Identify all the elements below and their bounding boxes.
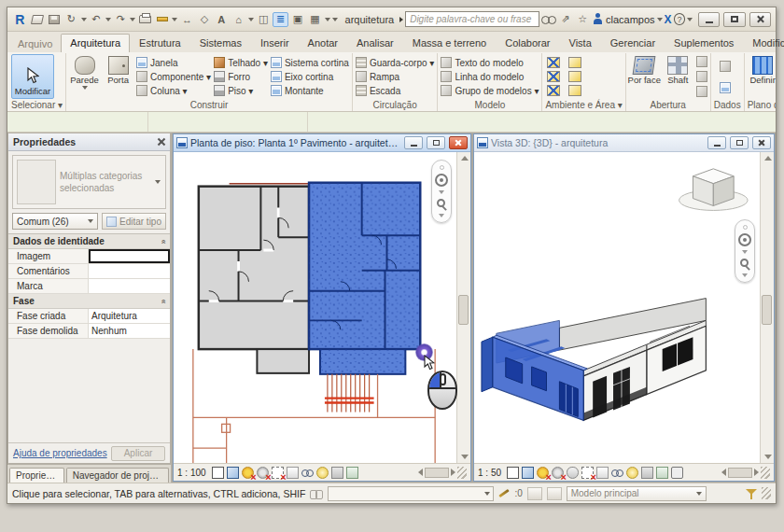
panel-label-selecionar[interactable]: Selecionar ▾ — [11, 100, 63, 111]
editable-elements-icon[interactable] — [499, 489, 511, 497]
undo-icon[interactable]: ↶ — [89, 12, 104, 27]
property-row-fase-criada[interactable]: Fase criada Arquitetura — [8, 309, 170, 324]
tab-anotar[interactable]: Anotar — [299, 34, 347, 52]
worksets-dialog-icon[interactable] — [527, 487, 542, 500]
escada-button[interactable]: Escada — [356, 84, 435, 97]
sync-dropdown-icon[interactable] — [81, 18, 87, 21]
hscroll-thumb[interactable] — [425, 468, 449, 478]
sync-icon[interactable]: ↻ — [63, 12, 78, 27]
scroll-up-icon[interactable] — [461, 156, 469, 161]
measure-dropdown-icon[interactable] — [172, 18, 177, 21]
full-navigation-wheel-icon[interactable] — [738, 233, 751, 246]
zoom-dropdown-icon[interactable] — [742, 273, 748, 277]
separador-area-icon[interactable] — [547, 85, 560, 96]
aligned-dimension-icon[interactable]: ↔ — [179, 12, 194, 27]
parede-button[interactable]: Parede — [69, 53, 100, 100]
panel-label-ambiente[interactable]: Ambiente e Área ▾ — [545, 100, 622, 111]
section-fase[interactable]: Fase — [8, 294, 170, 309]
3d-vertical-scrollbar[interactable] — [760, 152, 774, 463]
dock-tab-properties[interactable]: Propriedades — [9, 468, 64, 483]
shaft-button[interactable]: Shaft — [663, 53, 693, 100]
revit-logo-icon[interactable]: R — [12, 12, 27, 27]
switch-windows-dropdown-icon[interactable] — [325, 18, 330, 21]
sistema-cortina-button[interactable]: Sistema cortina — [271, 56, 349, 69]
measure-icon[interactable] — [155, 12, 170, 27]
tab-estrutura[interactable]: Estrutura — [130, 34, 190, 52]
tab-massa-terreno[interactable]: Massa e terreno — [403, 34, 496, 52]
texto-modelo-button[interactable]: Texto do modelo — [441, 56, 539, 69]
telhado-button[interactable]: Telhado ▾ — [214, 56, 268, 69]
3d-restore-button[interactable] — [730, 136, 749, 149]
reveal-hidden-icon[interactable] — [316, 467, 329, 479]
default-3d-view-icon[interactable]: ⌂ — [231, 12, 245, 27]
3d-minimize-button[interactable] — [707, 136, 726, 149]
tab-colaborar[interactable]: Colaborar — [496, 34, 559, 52]
tag-icon[interactable]: ◇ — [197, 12, 212, 27]
grupo-modelos-button[interactable]: Grupo de modelos ▾ — [441, 84, 539, 97]
montante-button[interactable]: Montante — [271, 84, 349, 97]
plan-scale[interactable]: 1 : 100 — [177, 468, 206, 478]
tab-analisar[interactable]: Analisar — [347, 34, 403, 52]
scroll-up-icon[interactable] — [764, 156, 772, 161]
separador-ambiente-icon[interactable] — [568, 57, 581, 68]
zoom-dropdown-icon[interactable] — [439, 214, 444, 217]
reveal-hidden-icon[interactable] — [626, 467, 638, 479]
help-icon[interactable]: ? — [674, 13, 686, 25]
ambiente-icon[interactable] — [547, 57, 560, 68]
hscroll-thumb[interactable] — [728, 468, 752, 478]
user-dropdown-icon[interactable] — [657, 18, 663, 21]
favorites-star-icon[interactable]: ☆ — [575, 12, 590, 27]
visual-style-icon[interactable] — [522, 467, 534, 479]
property-row-comentarios[interactable]: Comentários — [8, 264, 170, 279]
tab-gerenciar[interactable]: Gerenciar — [601, 34, 665, 52]
exchange-apps-icon[interactable]: X — [665, 13, 672, 26]
tab-suplementos[interactable]: Suplementos — [665, 34, 743, 52]
customize-qat-icon[interactable] — [332, 18, 338, 21]
worksharing-display-icon[interactable] — [641, 467, 653, 479]
rampa-button[interactable]: Rampa — [356, 70, 435, 83]
crop-region-visibility-icon[interactable] — [596, 467, 609, 479]
view-3d-title-bar[interactable]: Vista 3D: {3D} - arquitetura — [474, 134, 774, 152]
temporary-hide-isolate-icon[interactable] — [301, 467, 314, 479]
crop-view-icon[interactable] — [581, 467, 594, 479]
collapse-section-icon[interactable] — [158, 239, 167, 244]
crop-view-icon[interactable] — [272, 467, 284, 479]
design-options-dialog-icon[interactable] — [547, 487, 562, 500]
property-row-marca[interactable]: Marca — [8, 279, 170, 294]
tab-modificar[interactable]: Modificar — [743, 34, 784, 52]
janela-button[interactable]: Janela — [136, 56, 211, 69]
wheel-dropdown-icon[interactable] — [742, 250, 748, 254]
shadows-icon[interactable] — [257, 467, 269, 479]
tag-area-icon[interactable] — [568, 85, 581, 96]
property-value[interactable]: Nenhum — [89, 324, 170, 338]
collapse-section-icon[interactable] — [158, 299, 167, 303]
property-row-fase-demolida[interactable]: Fase demolida Nenhum — [8, 324, 170, 339]
thin-lines-icon[interactable]: ≣ — [273, 12, 287, 27]
section-icon[interactable]: ◫ — [256, 12, 271, 27]
property-value[interactable] — [89, 279, 170, 293]
tab-sistemas[interactable]: Sistemas — [190, 34, 251, 52]
navbar-options-icon[interactable] — [440, 165, 444, 170]
eixo-icon[interactable] — [720, 82, 731, 93]
open-icon[interactable] — [29, 12, 44, 27]
maximize-button[interactable] — [723, 12, 745, 27]
username[interactable]: clacampos — [606, 14, 655, 25]
close-button[interactable] — [749, 12, 771, 27]
locked-view-icon[interactable] — [671, 467, 683, 479]
selection-toggle-icon[interactable] — [310, 488, 323, 499]
app-resize-grip[interactable] — [762, 487, 771, 499]
redo-icon[interactable]: ↷ — [113, 12, 128, 27]
search-input[interactable] — [405, 11, 539, 27]
scroll-thumb[interactable] — [762, 295, 772, 325]
coluna-button[interactable]: Coluna ▾ — [136, 84, 211, 97]
design-option-select[interactable]: Modelo principal — [567, 486, 707, 501]
apply-button[interactable]: Aplicar — [111, 446, 165, 461]
worksharing-display-icon[interactable] — [331, 467, 343, 479]
floor-plan-title-bar[interactable]: Planta de piso: Planta 1º Pavimento - ar… — [174, 134, 470, 152]
infocenter-toggle-icon[interactable] — [399, 17, 403, 22]
status-combobox[interactable] — [328, 486, 494, 501]
piso-button[interactable]: Piso ▾ — [214, 84, 268, 97]
navbar-options-icon[interactable] — [743, 225, 748, 230]
scroll-down-icon[interactable] — [461, 455, 469, 459]
window-resize-grip[interactable] — [457, 467, 467, 479]
